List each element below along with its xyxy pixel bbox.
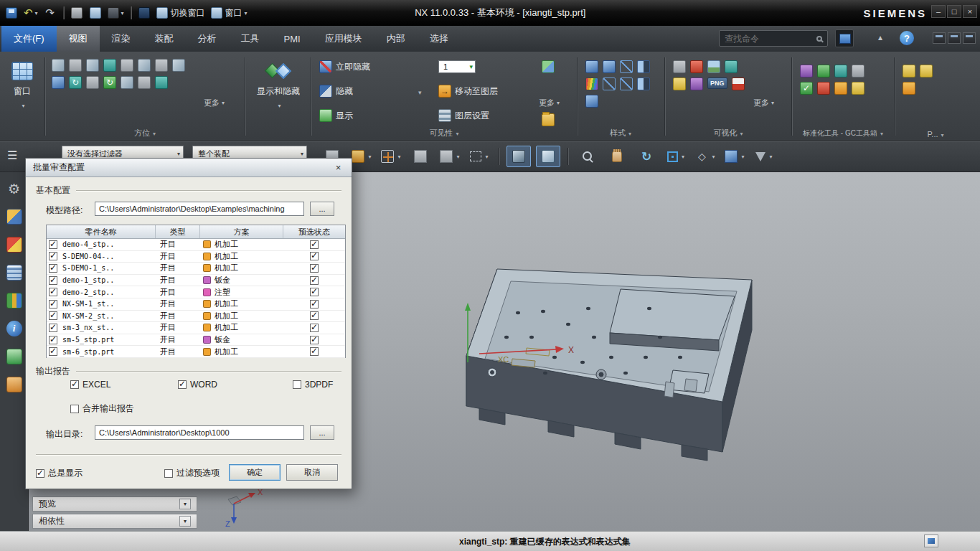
table-row[interactable]: sm-3_nx_st..开目机加工 — [47, 322, 345, 334]
output-dir-input[interactable]: C:\Users\Administrator\Desktop\1000 — [95, 425, 304, 440]
show-hide-gem-icon[interactable] — [542, 60, 555, 73]
preselect-checkbox[interactable] — [310, 324, 319, 332]
visibility-more-button[interactable]: 更多▾ — [539, 98, 560, 108]
part-family-icon[interactable] — [903, 65, 915, 77]
show-button[interactable]: 显示 — [319, 109, 353, 122]
true-shading-icon[interactable] — [690, 60, 703, 73]
column-header[interactable]: 方案 — [200, 225, 283, 238]
reuse-library-icon[interactable] — [6, 293, 22, 309]
shaded-edges-style-icon[interactable] — [585, 60, 598, 73]
pan-view-icon[interactable] — [86, 76, 99, 89]
group-dialog-icon[interactable]: ▾ — [628, 131, 631, 137]
switch-window-button[interactable]: 切换窗口 — [154, 4, 207, 22]
copy-button[interactable] — [87, 4, 104, 22]
orient-right-icon[interactable] — [172, 59, 185, 72]
gc-text-icon[interactable] — [852, 82, 864, 95]
cancel-button[interactable]: 取消 — [286, 464, 338, 481]
gc-transform-icon[interactable] — [800, 65, 813, 77]
table-row[interactable]: demo-1_stp..开目钣金 — [47, 275, 345, 287]
preselect-checkbox[interactable] — [310, 336, 319, 344]
part-checkbox[interactable] — [49, 240, 57, 249]
visualization-more-button[interactable]: 更多▾ — [753, 98, 774, 108]
gc-check-icon[interactable]: ✓ — [800, 82, 813, 95]
gc-grid-icon[interactable] — [834, 65, 847, 77]
tab-tools[interactable]: 工具 — [229, 26, 272, 52]
part-checkbox[interactable] — [49, 288, 57, 296]
web-browser-icon[interactable] — [6, 349, 22, 364]
set-sketch-plane-icon[interactable] — [69, 59, 82, 72]
orient-front-icon[interactable] — [155, 59, 168, 72]
window-menu-caret-icon[interactable]: ▾ — [245, 10, 248, 17]
layer-combo-caret-icon[interactable]: ▾ — [469, 63, 473, 70]
filter-preselect-checkbox[interactable]: 过滤预选项 — [164, 467, 220, 479]
zoom-view-icon[interactable] — [121, 59, 133, 72]
dropdown-caret-icon[interactable]: ▾ — [741, 154, 744, 160]
touch-mode-button[interactable] — [136, 4, 153, 22]
search-input[interactable] — [725, 34, 816, 44]
part-checkbox[interactable] — [49, 311, 57, 320]
dependency-panel-header[interactable]: 相依性 ▾ — [32, 514, 197, 529]
restore-view-icon[interactable] — [155, 76, 168, 89]
snap-point-button[interactable]: ▾ — [349, 146, 374, 167]
preselect-checkbox[interactable] — [310, 311, 319, 320]
model-path-input[interactable]: C:\Users\Administrator\Desktop\Examples\… — [95, 202, 304, 216]
preselect-checkbox[interactable] — [310, 240, 319, 249]
group-dialog-icon[interactable]: ▾ — [880, 131, 883, 137]
layer-combo[interactable]: 1 ▾ — [438, 60, 476, 73]
part-checkbox[interactable] — [49, 336, 57, 344]
window-menu-button[interactable]: 窗口 ▾ — [209, 4, 250, 22]
lights-icon[interactable] — [673, 77, 686, 90]
undo-button[interactable]: ↶▾ — [22, 4, 40, 22]
command-finder-icon[interactable] — [835, 29, 854, 47]
ribbon-option-icon[interactable] — [948, 32, 961, 44]
part-model[interactable] — [466, 269, 752, 461]
ok-button[interactable]: 确定 — [229, 464, 281, 481]
ribbon-option-icon[interactable] — [933, 32, 946, 44]
pan-button[interactable] — [605, 146, 629, 167]
immediate-hide-button[interactable]: 立即隐藏 — [319, 60, 370, 73]
close-button[interactable]: × — [963, 5, 977, 18]
group-dialog-icon[interactable]: ▾ — [941, 132, 944, 138]
dropdown-caret-icon[interactable]: ▾ — [456, 154, 459, 160]
visual-effects-icon[interactable] — [673, 60, 686, 73]
preview-panel-header[interactable]: 预览 ▾ — [32, 496, 197, 512]
selection-priority-button[interactable]: ▾ — [438, 146, 462, 167]
tab-pmi[interactable]: PMI — [272, 26, 313, 52]
open-folder-icon[interactable] — [542, 113, 555, 126]
preselect-checkbox[interactable] — [310, 347, 319, 356]
p-tool-icon[interactable] — [920, 65, 933, 77]
face-analysis-style-icon[interactable] — [585, 77, 598, 90]
marquee-select-button[interactable]: ▾ — [467, 146, 491, 167]
orient-view-icon[interactable] — [52, 59, 65, 72]
column-header[interactable]: 类型 — [156, 225, 200, 238]
edge-style-button[interactable]: ◇▾ — [693, 146, 717, 167]
window-caret-icon[interactable]: ▾ — [22, 103, 24, 109]
part-checkbox[interactable] — [49, 324, 57, 332]
command-search[interactable] — [719, 30, 828, 47]
column-header[interactable]: 预选状态 — [283, 225, 345, 238]
chevron-down-icon[interactable]: ▾ — [179, 516, 191, 527]
table-row[interactable]: demo-4_stp..开目机加工 — [47, 239, 345, 251]
restore-button[interactable]: □ — [947, 5, 961, 18]
menu-button[interactable]: ☰ — [7, 149, 17, 162]
tab-internal[interactable]: 内部 — [374, 26, 418, 52]
view-section-icon[interactable] — [103, 59, 116, 72]
tab-analysis[interactable]: 分析 — [186, 26, 229, 52]
preselect-checkbox[interactable] — [310, 300, 319, 309]
tab-assembly[interactable]: 装配 — [143, 26, 186, 52]
collapse-ribbon-icon[interactable]: ▴ — [878, 32, 882, 42]
dialog-close-icon[interactable]: × — [332, 161, 344, 174]
preselect-checkbox[interactable] — [310, 288, 319, 296]
wireframe-style-icon[interactable] — [620, 60, 633, 73]
undo-caret-icon[interactable]: ▾ — [35, 10, 38, 17]
part-checkbox[interactable] — [49, 347, 57, 356]
preselect-checkbox[interactable] — [310, 264, 319, 273]
part-checkbox[interactable] — [49, 300, 57, 309]
move-to-layer-button[interactable]: → 移动至图层 — [438, 85, 498, 98]
tab-application[interactable]: 应用模块 — [313, 26, 374, 52]
dropdown-caret-icon[interactable]: ▾ — [769, 154, 772, 160]
static-wireframe-style-icon[interactable] — [620, 77, 633, 90]
shaded-style-icon[interactable] — [603, 60, 616, 73]
merge-output-checkbox[interactable]: 合并输出报告 — [70, 402, 134, 415]
part-checkbox[interactable] — [49, 252, 57, 260]
